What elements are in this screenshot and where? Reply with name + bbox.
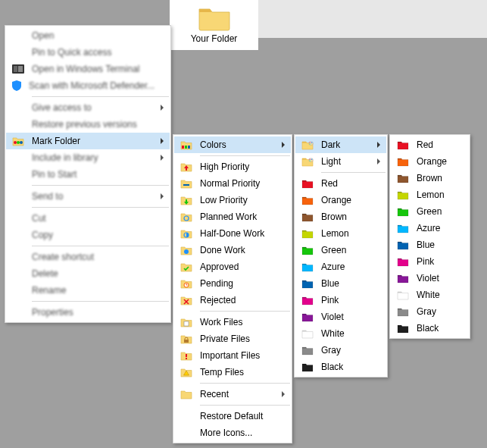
submenu-item-private-files[interactable]: Private Files bbox=[174, 331, 291, 347]
dark-item-black[interactable]: Black bbox=[391, 320, 469, 337]
chevron-right-icon bbox=[159, 105, 165, 111]
colors-item-light[interactable]: Light bbox=[295, 153, 386, 170]
dark-item-red[interactable]: Red bbox=[391, 136, 469, 153]
chevron-right-icon bbox=[280, 391, 286, 397]
submenu-item-planned-work[interactable]: Planned Work bbox=[174, 208, 291, 225]
folder-half-circle-icon bbox=[179, 227, 194, 240]
svg-rect-8 bbox=[188, 146, 190, 149]
folder-violet-icon bbox=[395, 271, 411, 285]
submenu-item-rejected[interactable]: Rejected bbox=[174, 292, 291, 309]
folder-pink-icon bbox=[300, 293, 315, 307]
folder-empty-circle-icon bbox=[179, 210, 194, 224]
folder-orange-icon bbox=[300, 193, 315, 207]
submenu-item-work-files[interactable]: Work Files bbox=[174, 314, 291, 331]
menu-item-open-terminal[interactable]: Open in Windows Terminal bbox=[6, 61, 170, 77]
submenu-item-done-work[interactable]: Done Work bbox=[174, 242, 291, 258]
colors-item-orange[interactable]: Orange bbox=[295, 192, 386, 208]
svg-point-4 bbox=[17, 141, 20, 144]
dark-item-lemon[interactable]: Lemon bbox=[391, 186, 469, 203]
folder-azure-icon bbox=[395, 221, 411, 235]
menu-item-scan-defender[interactable]: Scan with Microsoft Defender... bbox=[6, 77, 170, 94]
svg-point-19 bbox=[310, 143, 311, 143]
colors-item-brown[interactable]: Brown bbox=[295, 208, 386, 225]
defender-icon bbox=[11, 79, 23, 92]
submenu-item-colors[interactable]: Colors bbox=[174, 136, 291, 153]
menu-item-rename[interactable]: Rename bbox=[6, 282, 170, 299]
submenu-item-low-priority[interactable]: Low Priority bbox=[174, 192, 291, 208]
colors-item-black[interactable]: Black bbox=[295, 359, 386, 375]
menu-item-pin-quick-access[interactable]: Pin to Quick access bbox=[6, 44, 170, 61]
colors-item-pink[interactable]: Pink bbox=[295, 292, 386, 309]
svg-rect-14 bbox=[184, 321, 189, 326]
submenu-item-high-priority[interactable]: High Priority bbox=[174, 158, 291, 175]
submenu-item-pending[interactable]: Pending bbox=[174, 275, 291, 292]
menu-item-restore-versions[interactable]: Restore previous versions bbox=[6, 116, 170, 133]
folder-gray-icon bbox=[395, 305, 411, 318]
dark-item-violet[interactable]: Violet bbox=[391, 270, 469, 287]
colors-submenu: DarkLightRedOrangeBrownLemonGreenAzureBl… bbox=[294, 134, 388, 378]
submenu-item-approved[interactable]: Approved bbox=[174, 258, 291, 275]
colors-item-dark[interactable]: Dark bbox=[295, 136, 386, 153]
folder-white-icon bbox=[300, 327, 315, 340]
desktop-background-strip bbox=[258, 0, 487, 38]
svg-point-22 bbox=[311, 143, 312, 144]
folder-red-icon bbox=[300, 177, 315, 190]
menu-item-create-shortcut[interactable]: Create shortcut bbox=[6, 249, 170, 265]
colors-item-white[interactable]: White bbox=[295, 325, 386, 342]
folder-icon bbox=[198, 5, 231, 32]
colors-item-azure[interactable]: Azure bbox=[295, 258, 386, 275]
folder-recent-icon bbox=[179, 387, 194, 401]
menu-item-give-access[interactable]: Give access to bbox=[6, 99, 170, 116]
dark-item-white[interactable]: White bbox=[391, 287, 469, 303]
submenu-item-restore-default[interactable]: Restore Default bbox=[174, 408, 291, 425]
svg-point-5 bbox=[20, 141, 23, 144]
menu-item-delete[interactable]: Delete bbox=[6, 265, 170, 282]
svg-point-12 bbox=[184, 249, 189, 254]
svg-point-21 bbox=[310, 143, 311, 144]
svg-point-24 bbox=[310, 159, 311, 160]
folder-clock-icon bbox=[179, 277, 194, 290]
svg-rect-15 bbox=[184, 340, 189, 343]
menu-item-cut[interactable]: Cut bbox=[6, 210, 170, 227]
svg-rect-17 bbox=[186, 358, 187, 359]
menu-item-copy[interactable]: Copy bbox=[6, 227, 170, 243]
menu-item-pin-start[interactable]: Pin to Start bbox=[6, 166, 170, 183]
folder-green-icon bbox=[395, 205, 411, 218]
menu-item-send-to[interactable]: Send to bbox=[6, 188, 170, 205]
menu-item-mark-folder[interactable]: Mark Folder bbox=[6, 133, 170, 149]
submenu-item-recent[interactable]: Recent bbox=[174, 386, 291, 403]
menu-item-open[interactable]: Open bbox=[6, 27, 170, 44]
colors-item-red[interactable]: Red bbox=[295, 175, 386, 192]
folder-arrow-up-icon bbox=[179, 160, 194, 174]
dark-item-brown[interactable]: Brown bbox=[391, 170, 469, 186]
dark-item-orange[interactable]: Orange bbox=[391, 153, 469, 170]
submenu-item-more-icons[interactable]: More Icons... bbox=[174, 425, 291, 441]
submenu-item-half-done[interactable]: Half-Done Work bbox=[174, 225, 291, 242]
your-folder[interactable]: Your Folder bbox=[170, 0, 258, 50]
colors-item-gray[interactable]: Gray bbox=[295, 342, 386, 359]
folder-blue-icon bbox=[395, 238, 411, 252]
dark-item-gray[interactable]: Gray bbox=[391, 303, 469, 320]
chevron-right-icon bbox=[376, 158, 382, 164]
chevron-right-icon bbox=[159, 193, 165, 199]
svg-point-25 bbox=[311, 159, 312, 160]
colors-item-green[interactable]: Green bbox=[295, 242, 386, 258]
folder-lock-icon bbox=[179, 332, 194, 346]
folder-black-icon bbox=[300, 360, 315, 374]
dark-item-azure[interactable]: Azure bbox=[391, 220, 469, 237]
submenu-item-important-files[interactable]: Important Files bbox=[174, 347, 291, 364]
colors-item-blue[interactable]: Blue bbox=[295, 275, 386, 292]
dark-item-blue[interactable]: Blue bbox=[391, 237, 469, 253]
folder-x-icon bbox=[179, 293, 194, 307]
submenu-item-temp-files[interactable]: Temp Files bbox=[174, 364, 291, 381]
chevron-right-icon bbox=[376, 142, 382, 148]
submenu-item-normal-priority[interactable]: Normal Priority bbox=[174, 175, 291, 192]
folder-label: Your Folder bbox=[170, 33, 258, 44]
colors-item-lemon[interactable]: Lemon bbox=[295, 225, 386, 242]
menu-item-include-library[interactable]: Include in library bbox=[6, 149, 170, 166]
colors-item-violet[interactable]: Violet bbox=[295, 309, 386, 325]
dark-item-pink[interactable]: Pink bbox=[391, 253, 469, 270]
menu-item-properties[interactable]: Properties bbox=[6, 304, 170, 321]
dark-item-green[interactable]: Green bbox=[391, 203, 469, 220]
svg-rect-1 bbox=[14, 66, 17, 72]
